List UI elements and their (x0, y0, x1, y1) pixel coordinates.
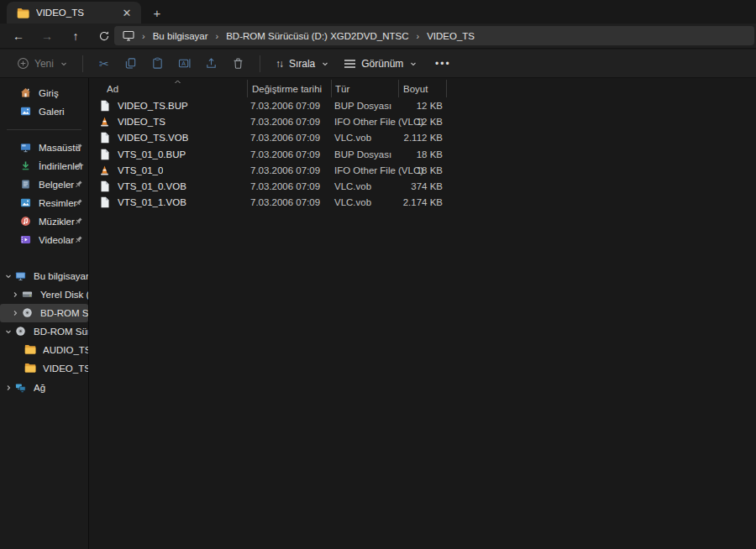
file-icon (99, 132, 111, 144)
file-date: 7.03.2006 07:09 (247, 149, 331, 159)
breadcrumb-this-pc[interactable]: Bu bilgisayar (153, 31, 208, 41)
file-date: 7.03.2006 07:09 (247, 117, 331, 127)
sidebar-item-label: Yerel Disk (C:) (40, 290, 88, 300)
sidebar-item-videos[interactable]: Videolar (0, 231, 88, 249)
toolbar-divider (82, 55, 83, 72)
explorer-tab[interactable]: VIDEO_TS ✕ (7, 2, 141, 24)
disc-icon (22, 307, 34, 319)
file-row[interactable]: VTS_01_1.VOB 7.03.2006 07:09 VLC.vob 2.1… (89, 195, 756, 211)
sidebar-item-desktop[interactable]: Masaüstü (0, 139, 88, 157)
sidebar-item-gallery[interactable]: Galeri (0, 102, 88, 121)
command-toolbar: Yeni ✂ A ↑↓ Sırala (0, 50, 756, 78)
sidebar-item-pictures[interactable]: Resimler (0, 194, 88, 212)
sidebar-tree-bdrom-child[interactable]: BD-ROM Sürücüs (0, 304, 88, 322)
pictures-icon (20, 197, 32, 209)
chevron-down-icon[interactable] (4, 327, 13, 336)
vlc-cone-icon (99, 165, 111, 176)
paste-button[interactable] (145, 53, 171, 75)
sidebar-item-label: BD-ROM Sürücüs (40, 308, 88, 318)
file-row[interactable]: VTS_01_0 7.03.2006 07:09 IFO Other File … (89, 162, 756, 178)
file-type: VLC.vob (331, 133, 398, 143)
file-row[interactable]: VIDEO_TS 7.03.2006 07:09 IFO Other File … (89, 113, 756, 129)
tab-close-icon[interactable]: ✕ (119, 5, 134, 20)
scissors-icon: ✂ (99, 57, 109, 71)
chevron-down-icon (410, 60, 417, 67)
svg-text:A: A (181, 60, 186, 66)
file-row[interactable]: VTS_01_0.VOB 7.03.2006 07:09 VLC.vob 374… (89, 178, 756, 194)
tab-title: VIDEO_TS (36, 8, 113, 18)
sort-arrows-icon: ↑↓ (276, 58, 282, 70)
file-rows: VIDEO_TS.BUP 7.03.2006 07:09 BUP Dosyası… (89, 97, 756, 211)
breadcrumb-current-folder[interactable]: VIDEO_TS (427, 31, 475, 41)
file-row[interactable]: VTS_01_0.BUP 7.03.2006 07:09 BUP Dosyası… (89, 146, 756, 162)
sidebar-tree-video-ts[interactable]: VIDEO_TS (0, 359, 88, 378)
view-button[interactable]: Görünüm (337, 54, 423, 74)
file-type: BUP Dosyası (331, 101, 398, 111)
sidebar-item-label: Bu bilgisayar (34, 271, 88, 281)
vlc-cone-icon (99, 116, 111, 128)
sidebar-tree-audio-ts[interactable]: AUDIO_TS (0, 341, 88, 359)
chevron-down-icon (322, 60, 328, 67)
pin-icon (74, 180, 83, 189)
file-size: 18 KB (398, 165, 447, 175)
chevron-right-icon[interactable] (11, 309, 19, 317)
new-tab-button[interactable]: + (148, 4, 166, 21)
file-name: VTS_01_0.VOB (118, 181, 186, 191)
sidebar-item-label: AUDIO_TS (43, 345, 88, 355)
sidebar-item-music[interactable]: Müzikler (0, 212, 88, 231)
chevron-right-icon[interactable] (4, 384, 13, 392)
file-type: IFO Other File (VLC) (331, 117, 398, 127)
pin-icon (74, 217, 83, 226)
sidebar-tree-this-pc[interactable]: Bu bilgisayar (0, 267, 88, 285)
share-button[interactable] (199, 53, 224, 75)
chevron-down-icon[interactable] (4, 272, 13, 280)
sidebar-item-downloads[interactable]: İndirilenler (0, 157, 88, 175)
sidebar-tree-bdrom-root[interactable]: BD-ROM Sürücüsü (0, 322, 88, 341)
column-header-name[interactable]: Ad (89, 80, 247, 97)
view-list-icon (344, 59, 356, 69)
address-bar[interactable]: › Bu bilgisayar › BD-ROM Sürücüsü (D:) X… (114, 26, 754, 45)
downloads-icon (20, 160, 32, 172)
column-header-date[interactable]: Değiştirme tarihi (247, 80, 331, 97)
sidebar-item-home[interactable]: Giriş (0, 84, 88, 102)
file-row[interactable]: VIDEO_TS.BUP 7.03.2006 07:09 BUP Dosyası… (89, 97, 756, 113)
file-size: 18 KB (398, 149, 447, 159)
disc-icon (15, 326, 27, 337)
sidebar-tree-network[interactable]: Ağ (0, 379, 88, 397)
file-icon (99, 100, 111, 112)
forward-button[interactable]: → (35, 26, 59, 46)
breadcrumb-drive[interactable]: BD-ROM Sürücüsü (D:) XGD2DVD_NTSC (226, 31, 408, 41)
this-pc-icon (123, 30, 134, 41)
file-date: 7.03.2006 07:09 (247, 165, 331, 175)
chevron-right-icon[interactable] (11, 290, 19, 299)
folder-icon (24, 344, 36, 356)
videos-icon (20, 234, 32, 246)
up-button[interactable]: ↑ (64, 26, 87, 46)
file-name: VIDEO_TS (118, 117, 165, 127)
new-button[interactable]: Yeni (10, 53, 74, 74)
breadcrumb-separator: › (142, 31, 145, 41)
delete-button[interactable] (226, 53, 251, 75)
network-icon (15, 382, 27, 394)
refresh-button[interactable] (92, 26, 116, 46)
rename-button[interactable]: A (172, 53, 197, 75)
pin-icon (74, 235, 83, 244)
sidebar-item-documents[interactable]: Belgeler (0, 175, 88, 194)
sidebar-tree-local-disk[interactable]: Yerel Disk (C:) (0, 285, 88, 304)
chevron-down-icon (60, 60, 67, 67)
this-pc-icon (15, 270, 27, 282)
documents-icon (20, 179, 32, 191)
file-row[interactable]: VIDEO_TS.VOB 7.03.2006 07:09 VLC.vob 2.1… (89, 130, 756, 146)
column-header-type[interactable]: Tür (331, 80, 398, 97)
navigation-pane: Giriş Galeri Masaüstü (0, 78, 89, 549)
copy-button[interactable] (118, 53, 144, 75)
back-button[interactable]: ← (7, 26, 30, 46)
column-header-size[interactable]: Boyut (398, 80, 447, 97)
cut-button[interactable]: ✂ (92, 53, 117, 75)
file-date: 7.03.2006 07:09 (247, 197, 331, 207)
sort-button[interactable]: ↑↓ Sırala (269, 54, 335, 74)
file-name: VIDEO_TS.VOB (118, 133, 188, 143)
file-name: VIDEO_TS.BUP (118, 101, 188, 111)
file-size: 12 KB (398, 101, 447, 111)
more-options-button[interactable]: ••• (430, 53, 455, 75)
